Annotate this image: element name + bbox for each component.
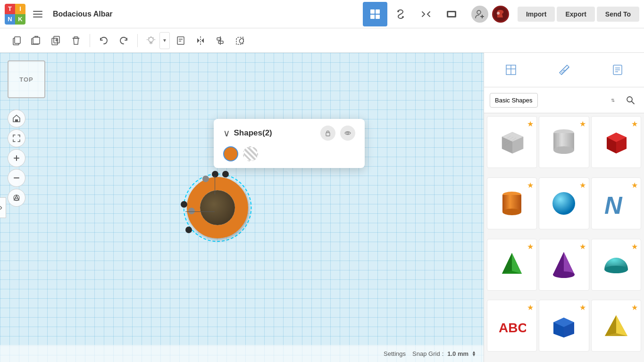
shape-category-select[interactable]: Basic Shapes Featured Letters Connectors <box>490 93 538 108</box>
panel-toggle-chevron[interactable]: › <box>0 197 6 218</box>
group-btn[interactable] <box>231 32 249 50</box>
shape-3d-graybox <box>497 127 527 157</box>
svg-point-4 <box>397 10 399 12</box>
shape-lock-btn[interactable] <box>320 126 335 141</box>
handle-top-center[interactable] <box>212 171 218 177</box>
nav-grid-btn[interactable] <box>363 2 387 26</box>
handle-top-right[interactable] <box>222 171 229 177</box>
shape-popup-expand-btn[interactable]: ∨ <box>223 127 230 139</box>
shape-card-orangecyl[interactable]: ★ <box>487 177 537 229</box>
shape-card-blue-block[interactable]: ★ <box>539 300 589 352</box>
logo-k: K <box>15 14 25 25</box>
light-toggle-btn[interactable] <box>142 32 159 49</box>
paste-btn[interactable] <box>27 32 45 50</box>
shape-card-purplecone[interactable]: ★ <box>539 239 589 291</box>
mirror-btn[interactable] <box>192 32 209 50</box>
svg-text:N: N <box>604 192 623 218</box>
fit-view-btn[interactable] <box>8 129 25 147</box>
category-select-wrapper: Basic Shapes Featured Letters Connectors… <box>490 93 619 108</box>
shape-star-graycyl: ★ <box>579 119 586 128</box>
svg-rect-22 <box>177 37 184 44</box>
panel-ruler-btn[interactable] <box>552 58 577 82</box>
perspective-btn[interactable] <box>8 189 25 207</box>
svg-rect-3 <box>376 15 380 19</box>
selected-shape-container[interactable] <box>180 170 255 245</box>
nav-sim-btn[interactable] <box>439 2 464 26</box>
shape-star-purplecone: ★ <box>579 242 586 251</box>
left-controls <box>8 109 25 207</box>
svg-rect-27 <box>15 119 18 122</box>
canvas-area[interactable]: TOP <box>0 53 484 362</box>
toolbar: ▼ <box>0 28 644 53</box>
handle-top-left[interactable] <box>202 176 209 182</box>
shape-popup-title: Shapes(2) <box>234 128 272 138</box>
nav-codeblocks-btn[interactable] <box>414 2 438 26</box>
color-swatch-hole[interactable] <box>243 146 258 161</box>
shape-visible-btn[interactable] <box>340 126 355 141</box>
shape-star-extra3: ★ <box>631 303 638 312</box>
shape-card-bluesphere[interactable]: ★ <box>539 177 589 229</box>
shape-star-tealhalf: ★ <box>631 242 638 251</box>
shape-card-yellow-pyramid[interactable]: ★ <box>591 300 641 352</box>
settings-btn[interactable]: Settings <box>384 350 406 357</box>
add-user-btn[interactable] <box>471 6 488 23</box>
panel-note-btn[interactable] <box>605 58 630 82</box>
snap-grid-arrows[interactable]: ▲▼ <box>472 351 476 357</box>
duplicate-btn[interactable] <box>47 32 65 50</box>
shape-star-extra2: ★ <box>579 303 586 312</box>
menu-icon[interactable] <box>29 6 46 23</box>
svg-rect-0 <box>370 9 375 14</box>
logo-t: T <box>5 4 15 14</box>
shape-3d-blue-block <box>549 311 579 341</box>
svg-rect-32 <box>326 133 330 136</box>
panel-grid-btn[interactable] <box>499 58 523 82</box>
copy-btn[interactable] <box>8 32 25 50</box>
select-arrow-icon: ⇅ <box>611 98 615 103</box>
shape-card-greenpyr[interactable]: ★ <box>487 239 537 291</box>
snap-grid: Snap Grid: 1.0 mm ▲▼ <box>412 350 476 357</box>
zoom-out-btn[interactable] <box>8 169 25 187</box>
shape-star-orangecyl: ★ <box>527 181 534 190</box>
svg-point-55 <box>502 209 521 215</box>
shape-card-nshape[interactable]: ★ N <box>591 177 641 229</box>
user-avatar[interactable] <box>492 6 509 23</box>
svg-rect-1 <box>376 9 380 14</box>
import-btn[interactable]: Import <box>518 7 555 22</box>
handle-bottom-left[interactable] <box>185 227 192 233</box>
shape-card-redbox[interactable]: ★ <box>591 116 641 168</box>
svg-point-58 <box>553 271 575 278</box>
handle-mid-left-far[interactable] <box>181 201 187 208</box>
delete-btn[interactable] <box>67 32 85 50</box>
tinkercad-logo[interactable]: T I N K <box>5 4 25 25</box>
shape-card-tealhalf[interactable]: ★ <box>591 239 641 291</box>
search-btn[interactable] <box>622 92 638 108</box>
top-view-label: TOP <box>8 60 45 98</box>
shape-3d-purplecone <box>549 250 579 280</box>
shape-3d-orangecyl <box>497 188 527 219</box>
shape-card-red-letters[interactable]: ★ ABC <box>487 300 537 352</box>
handle-line-vertical <box>215 176 215 194</box>
align-btn[interactable] <box>211 32 229 50</box>
svg-point-12 <box>497 12 500 15</box>
shape-star-redbox: ★ <box>631 119 638 128</box>
shape-3d-red-letters: ABC <box>497 311 527 341</box>
shape-card-graybox[interactable]: ★ <box>487 116 537 168</box>
note-btn[interactable] <box>172 32 190 50</box>
light-dropdown-btn[interactable]: ▼ <box>159 32 170 49</box>
handle-line-horizontal <box>185 211 215 212</box>
export-btn[interactable]: Export <box>557 7 594 22</box>
undo-btn[interactable] <box>95 32 113 50</box>
nav-circuit-btn[interactable] <box>388 2 413 26</box>
sendto-btn[interactable]: Send To <box>597 7 639 22</box>
shape-card-graycyl[interactable]: ★ <box>539 116 589 168</box>
bottom-bar: Settings Snap Grid: 1.0 mm ▲▼ <box>0 345 484 362</box>
shape-3d-greenpyr <box>497 250 527 280</box>
zoom-in-btn[interactable] <box>8 149 25 167</box>
shape-star-graybox: ★ <box>527 119 534 128</box>
shapes-grid: ★ <box>484 113 644 362</box>
color-swatch-orange[interactable] <box>223 146 238 161</box>
handle-mid-left[interactable] <box>188 208 195 214</box>
home-view-btn[interactable] <box>8 109 25 127</box>
nav-icons <box>363 2 464 26</box>
redo-btn[interactable] <box>115 32 133 50</box>
